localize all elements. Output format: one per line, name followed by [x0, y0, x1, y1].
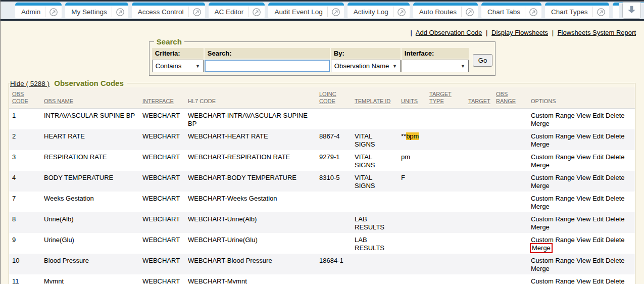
tab-chart-types[interactable]: Chart Types — [545, 3, 609, 18]
popout-icon[interactable] — [116, 8, 125, 17]
option-link-edit[interactable]: Edit — [592, 153, 604, 161]
obs-range-cell — [493, 233, 528, 254]
option-link-view[interactable]: View — [576, 195, 590, 202]
option-link-custom-range[interactable]: Custom Range — [531, 195, 575, 202]
column-header-target-type[interactable]: TARGET TYPE — [426, 87, 465, 109]
column-header-label[interactable]: LOINC CODE — [319, 91, 336, 104]
display-flowsheets-link[interactable]: Display Flowsheets — [491, 29, 548, 36]
option-link-view[interactable]: View — [576, 277, 590, 284]
option-link-delete[interactable]: Delete — [606, 153, 625, 161]
option-link-custom-range[interactable]: Custom Range — [531, 257, 575, 264]
tab-access-control[interactable]: Access Control — [132, 3, 205, 18]
column-header-label[interactable]: TEMPLATE ID — [355, 98, 390, 104]
popout-icon[interactable] — [252, 8, 261, 17]
column-header-label[interactable]: OBS NAME — [44, 98, 73, 104]
option-link-delete[interactable]: Delete — [606, 236, 625, 244]
option-link-custom-range[interactable]: Custom Range — [531, 215, 575, 223]
column-header-label[interactable]: OBS CODE — [12, 91, 28, 104]
search-input[interactable] — [205, 60, 330, 72]
option-link-edit[interactable]: Edit — [592, 112, 604, 119]
hl7-code-cell: WEBCHART-Weeks Gestation — [185, 192, 316, 212]
obs-name-cell: INTRAVASCULAR SUPINE BP — [41, 109, 139, 130]
option-link-edit[interactable]: Edit — [592, 236, 604, 244]
column-header-template-id[interactable]: TEMPLATE ID — [352, 87, 398, 109]
header-links: | Add Observation Code | Display Flowshe… — [1, 21, 644, 36]
option-link-view[interactable]: View — [576, 257, 590, 264]
option-link-delete[interactable]: Delete — [606, 277, 625, 284]
popout-icon[interactable] — [529, 8, 538, 17]
target-type-cell — [426, 274, 465, 284]
column-header-label[interactable]: TARGET TYPE — [429, 91, 452, 104]
popout-icon[interactable] — [192, 8, 202, 17]
by-select[interactable]: Observation Name ▼ — [331, 60, 401, 72]
option-link-custom-range[interactable]: Custom Range — [531, 153, 575, 161]
option-link-edit[interactable]: Edit — [592, 174, 604, 181]
column-header-interface[interactable]: INTERFACE — [139, 87, 185, 109]
obs-range-cell — [493, 150, 528, 171]
popout-icon[interactable] — [597, 8, 606, 17]
option-link-delete[interactable]: Delete — [606, 215, 625, 223]
tab-ac-editor[interactable]: AC Editor — [209, 3, 265, 18]
popout-icon[interactable] — [397, 8, 406, 17]
option-link-delete[interactable]: Delete — [606, 112, 625, 119]
option-link-view[interactable]: View — [576, 112, 590, 119]
option-link-merge[interactable]: Merge — [530, 243, 553, 253]
popout-icon[interactable] — [331, 8, 340, 17]
tab-chart-tabs[interactable]: Chart Tabs — [481, 3, 541, 18]
column-header-loinc-code[interactable]: LOINC CODE — [316, 87, 352, 109]
option-link-merge[interactable]: Merge — [531, 203, 550, 210]
column-header-label[interactable]: INTERFACE — [142, 98, 174, 104]
option-link-merge[interactable]: Merge — [531, 182, 550, 190]
option-link-edit[interactable]: Edit — [592, 257, 604, 264]
column-header-obs-name[interactable]: OBS NAME — [41, 87, 139, 109]
option-link-delete[interactable]: Delete — [606, 174, 625, 181]
option-link-view[interactable]: View — [576, 236, 590, 244]
option-link-custom-range[interactable]: Custom Range — [531, 236, 575, 244]
tab-audit-event-log[interactable]: Audit Event Log — [268, 3, 343, 18]
option-link-delete[interactable]: Delete — [606, 195, 625, 202]
option-link-edit[interactable]: Edit — [592, 132, 604, 140]
hide-count-link[interactable]: Hide ( 5288 ) — [10, 80, 49, 87]
tab-activity-log[interactable]: Activity Log — [348, 3, 410, 18]
column-header-units[interactable]: UNITS — [398, 87, 426, 109]
column-header-target[interactable]: TARGET — [465, 87, 493, 109]
option-link-custom-range[interactable]: Custom Range — [531, 112, 575, 119]
column-header-label[interactable]: UNITS — [401, 98, 418, 104]
tab-admin[interactable]: Admin — [15, 3, 62, 18]
option-link-view[interactable]: View — [576, 215, 590, 223]
tab-divider — [461, 7, 462, 17]
column-header-label[interactable]: OBS RANGE — [496, 91, 516, 104]
option-link-edit[interactable]: Edit — [592, 215, 604, 223]
go-button[interactable]: Go — [473, 54, 492, 67]
column-header-label[interactable]: TARGET — [468, 98, 490, 104]
option-link-merge[interactable]: Merge — [531, 265, 550, 272]
criteria-select[interactable]: Contains ▼ — [152, 60, 204, 72]
template-id-cell: LAB RESULTS — [352, 212, 398, 233]
option-link-edit[interactable]: Edit — [592, 195, 604, 202]
column-header-obs-code[interactable]: OBS CODE — [9, 87, 41, 109]
flowsheets-system-report-link[interactable]: Flowsheets System Report — [558, 29, 636, 36]
option-link-view[interactable]: View — [576, 153, 590, 161]
tab-scroll-down-button[interactable] — [622, 2, 641, 19]
option-link-view[interactable]: View — [576, 174, 590, 181]
interface-select[interactable]: ▼ — [402, 60, 469, 72]
option-link-merge[interactable]: Merge — [531, 140, 550, 148]
popout-icon[interactable] — [465, 8, 474, 17]
add-observation-code-link[interactable]: Add Observation Code — [416, 29, 482, 36]
option-link-delete[interactable]: Delete — [606, 132, 625, 140]
option-link-custom-range[interactable]: Custom Range — [531, 277, 575, 284]
option-link-custom-range[interactable]: Custom Range — [531, 174, 575, 181]
tab-my-settings[interactable]: My Settings — [65, 3, 128, 18]
option-link-delete[interactable]: Delete — [606, 257, 625, 264]
column-header-obs-range[interactable]: OBS RANGE — [493, 87, 528, 109]
tab-label: AC Editor — [215, 8, 244, 16]
option-link-view[interactable]: View — [576, 132, 590, 140]
option-link-merge[interactable]: Merge — [531, 120, 550, 127]
option-link-edit[interactable]: Edit — [592, 277, 604, 284]
hl7-code-cell: WEBCHART-HEART RATE — [185, 129, 316, 150]
option-link-custom-range[interactable]: Custom Range — [531, 132, 575, 140]
popout-icon[interactable] — [49, 8, 58, 17]
tab-auto-routes[interactable]: Auto Routes — [413, 3, 478, 18]
option-link-merge[interactable]: Merge — [531, 223, 550, 231]
option-link-merge[interactable]: Merge — [531, 161, 550, 169]
